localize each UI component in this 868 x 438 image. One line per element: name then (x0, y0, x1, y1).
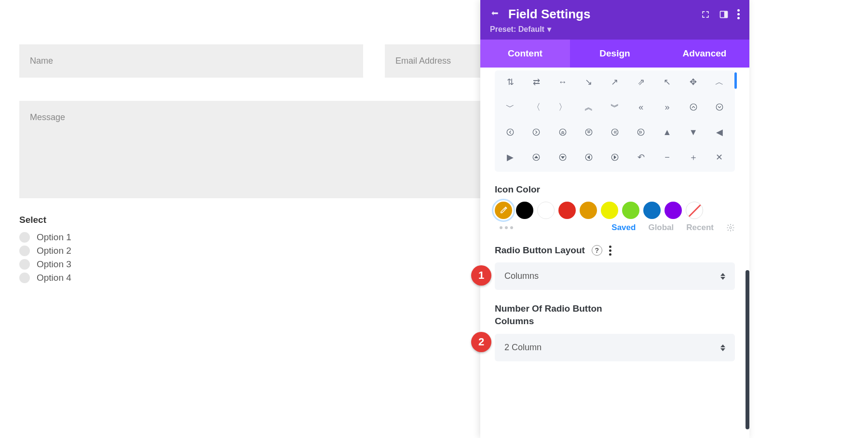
icon-picker: ⇅ ⇄ ↔ ↘ ↗ ⇗ ↖ ✥ ︿ ﹀ 〈 〉 ︽ ︾ « » (495, 70, 735, 172)
svg-point-4 (507, 129, 514, 136)
preset-picker[interactable]: Preset: Default▾ (490, 25, 740, 34)
plus-icon[interactable]: ＋ (684, 150, 703, 165)
settings-panel: Field Settings Preset: Default▾ Content … (480, 0, 749, 438)
option-label: Option 1 (37, 232, 71, 243)
caret-right-icon[interactable]: ▶ (501, 150, 520, 165)
callout-1: 1 (471, 265, 491, 286)
radio-layout-label: Radio Button Layout ? (495, 245, 735, 256)
radio-dot-icon (19, 259, 30, 270)
radio-columns-select[interactable]: 2 Column (495, 334, 735, 361)
gear-icon[interactable] (726, 223, 735, 232)
tab-content[interactable]: Content (480, 40, 570, 68)
svg-rect-1 (724, 11, 728, 17)
tab-advanced[interactable]: Advanced (660, 40, 749, 68)
radio-dot-icon (19, 273, 30, 283)
help-icon[interactable]: ? (592, 245, 602, 256)
circle-chevron-down-icon[interactable] (710, 99, 729, 115)
radio-dot-icon (19, 232, 30, 243)
svg-point-2 (690, 104, 697, 110)
dock-icon[interactable] (719, 10, 729, 19)
svg-point-5 (533, 129, 540, 136)
circle-double-right-icon[interactable] (631, 124, 651, 140)
swatch-black[interactable] (516, 202, 533, 219)
caret-down-icon: ▾ (547, 25, 551, 34)
icon-picker-scrollbar[interactable] (734, 72, 737, 89)
color-subtabs: Saved Global Recent (495, 223, 735, 233)
field-more-icon[interactable] (609, 246, 611, 256)
callout-2: 2 (471, 332, 491, 352)
double-chevron-left-icon[interactable]: « (631, 99, 651, 115)
more-icon[interactable] (737, 9, 740, 19)
more-colors-icon[interactable] (500, 226, 513, 229)
swatch-none[interactable] (686, 202, 703, 219)
circle-double-left-icon[interactable] (605, 124, 624, 140)
circle-chevron-right-icon[interactable] (527, 124, 546, 140)
svg-point-9 (637, 129, 644, 136)
arrow-updown-icon[interactable]: ⇅ (501, 74, 520, 90)
double-chevron-up-icon[interactable]: ︽ (579, 99, 598, 115)
caret-up-icon[interactable]: ▲ (657, 124, 677, 140)
circle-chevron-left-icon[interactable] (501, 124, 520, 140)
svg-point-8 (611, 129, 618, 136)
arrow-diag-ne-icon[interactable]: ↗ (605, 74, 624, 90)
swatch-white[interactable] (537, 202, 555, 219)
radio-columns-label: Number Of Radio Button Columns (495, 302, 620, 327)
panel-header: Field Settings Preset: Default▾ (480, 0, 749, 40)
tab-design[interactable]: Design (570, 40, 660, 68)
panel-tabs: Content Design Advanced (480, 40, 749, 68)
option-label: Option 2 (37, 246, 71, 256)
circle-double-up-icon[interactable] (553, 124, 572, 140)
name-input[interactable] (19, 44, 363, 78)
panel-scrollbar[interactable] (746, 270, 749, 429)
svg-point-14 (730, 227, 732, 229)
swatch-purple[interactable] (665, 202, 682, 219)
colortab-saved[interactable]: Saved (611, 223, 636, 233)
swatch-green[interactable] (622, 202, 639, 219)
arrow-horizontal-icon[interactable]: ↔ (553, 74, 572, 90)
arrow-diag-nw-icon[interactable]: ↖ (657, 74, 677, 90)
chevron-right-icon[interactable]: 〉 (553, 99, 572, 115)
double-chevron-right-icon[interactable]: » (657, 99, 677, 115)
undo-icon[interactable]: ↶ (631, 150, 651, 165)
colortab-global[interactable]: Global (648, 223, 674, 233)
select-arrows-icon (720, 273, 725, 280)
caret-down-icon[interactable]: ▼ (684, 124, 703, 140)
chevron-up-icon[interactable]: ︿ (710, 74, 729, 90)
svg-point-7 (585, 129, 592, 136)
swatch-blue[interactable] (643, 202, 661, 219)
circle-double-down-icon[interactable] (579, 124, 598, 140)
close-icon[interactable]: ✕ (710, 150, 729, 165)
back-icon[interactable] (490, 10, 500, 19)
arrow-diag-ne2-icon[interactable]: ⇗ (631, 74, 651, 90)
arrow-diag-se-icon[interactable]: ↘ (579, 74, 598, 90)
icon-color-label: Icon Color (495, 184, 735, 195)
chevron-down-icon[interactable]: ﹀ (501, 99, 520, 115)
fullscreen-icon[interactable] (701, 10, 710, 19)
minus-icon[interactable]: − (657, 150, 677, 165)
panel-body: ⇅ ⇄ ↔ ↘ ↗ ⇗ ↖ ✥ ︿ ﹀ 〈 〉 ︽ ︾ « » (480, 68, 749, 438)
double-chevron-down-icon[interactable]: ︾ (605, 99, 624, 115)
select-arrows-icon (720, 344, 725, 351)
swatch-orange[interactable] (580, 202, 597, 219)
radio-layout-select[interactable]: Columns (495, 262, 735, 290)
circle-caret-right-icon[interactable] (605, 150, 624, 165)
radio-dot-icon (19, 246, 30, 256)
chevron-left-icon[interactable]: 〈 (527, 99, 546, 115)
color-picker-swatch[interactable] (495, 202, 512, 219)
swatch-yellow[interactable] (601, 202, 618, 219)
move-icon[interactable]: ✥ (684, 74, 703, 90)
svg-point-6 (559, 129, 566, 136)
caret-left-icon[interactable]: ◀ (710, 124, 729, 140)
circle-caret-up-icon[interactable] (527, 150, 546, 165)
circle-caret-left-icon[interactable] (579, 150, 598, 165)
panel-title: Field Settings (508, 7, 692, 22)
svg-point-3 (716, 104, 723, 110)
option-label: Option 4 (37, 273, 71, 283)
circle-caret-down-icon[interactable] (553, 150, 572, 165)
arrow-leftright-icon[interactable]: ⇄ (527, 74, 546, 90)
swatch-red[interactable] (558, 202, 576, 219)
colortab-recent[interactable]: Recent (686, 223, 714, 233)
circle-chevron-up-icon[interactable] (684, 99, 703, 115)
color-swatches (495, 202, 735, 219)
option-label: Option 3 (37, 259, 71, 270)
